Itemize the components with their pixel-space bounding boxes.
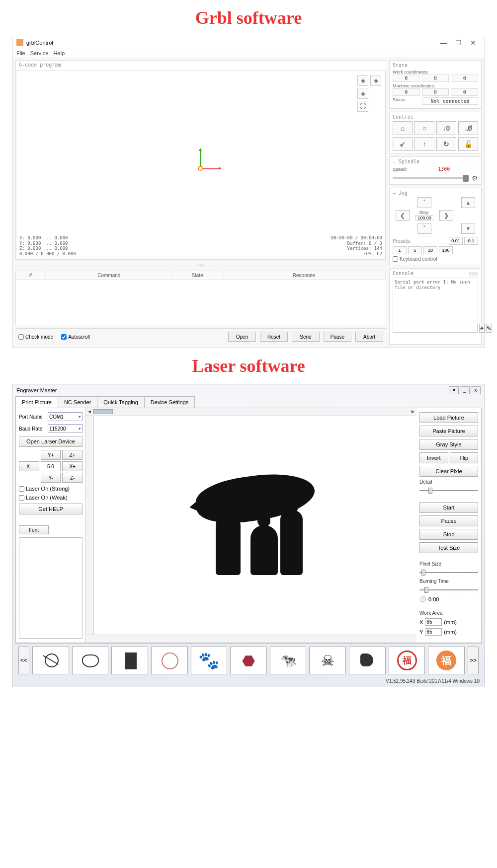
close-button[interactable]: ✕ <box>466 39 481 47</box>
autoscroll-checkbox[interactable]: Autoscroll <box>61 334 90 340</box>
burning-time-slider[interactable]: ····· <box>419 586 478 593</box>
font-button[interactable]: Font <box>19 525 49 534</box>
jog-x-minus[interactable]: ❮ <box>396 210 410 221</box>
jog-step[interactable]: Step: <box>415 210 433 221</box>
em-jog-x-minus[interactable]: X- <box>19 461 39 471</box>
thumbnail-4[interactable] <box>151 647 188 674</box>
console-clear-icon[interactable]: ✎ <box>486 324 492 333</box>
baud-select[interactable]: 115200 <box>48 424 83 433</box>
menu-help[interactable]: Help <box>53 50 65 56</box>
thumbnail-7[interactable]: 🐄 <box>270 647 307 674</box>
work-area-y[interactable] <box>425 628 442 636</box>
tab-device-settings[interactable]: Device Settings <box>144 396 195 408</box>
detail-slider[interactable] <box>419 487 478 494</box>
thumbs-prev-button[interactable]: << <box>18 647 29 674</box>
pixel-size-slider[interactable]: ····· <box>419 569 478 576</box>
preset-2[interactable]: 1 <box>393 246 407 254</box>
em-settings-icon[interactable]: ▾ <box>449 386 459 394</box>
thumbnail-6[interactable]: ⬣ <box>230 647 267 674</box>
jog-y-plus[interactable]: ˄ <box>417 197 431 208</box>
reset-button[interactable]: ↻ <box>436 137 456 151</box>
em-jog-step[interactable] <box>41 461 61 471</box>
zeroxy-button[interactable]: ↓0 <box>436 121 456 135</box>
tab-print-picture[interactable]: Print Picture <box>15 396 58 408</box>
laser-strong-checkbox[interactable]: Laser On (Strong) <box>19 486 79 492</box>
work-area-x[interactable] <box>425 618 442 626</box>
preset-0[interactable]: 0.01 <box>449 237 463 245</box>
send-button[interactable]: Send <box>292 332 320 342</box>
unlock-button[interactable]: 🔓 <box>458 137 478 151</box>
view-fit-button[interactable]: ⛶ <box>357 101 368 112</box>
em-minimize-button[interactable]: _ <box>460 386 470 394</box>
thumbnail-5[interactable]: 🐾 <box>191 647 228 674</box>
tab-nc-sender[interactable]: NC Sender <box>58 396 97 408</box>
jog-z-plus[interactable]: ▴ <box>461 197 475 208</box>
thumbs-next-button[interactable]: >> <box>468 647 479 674</box>
abort-button[interactable]: Abort <box>355 332 383 342</box>
preset-1[interactable]: 0.1 <box>464 237 478 245</box>
tab-quick-tagging[interactable]: Quick Tagging <box>97 396 145 408</box>
pause-button[interactable]: Pause <box>419 515 478 526</box>
zeroz-button[interactable]: ↓0̸ <box>458 121 478 135</box>
thumbnail-2[interactable] <box>72 647 109 674</box>
paste-picture-button[interactable]: Paste Picture <box>419 426 478 436</box>
start-button[interactable]: Start <box>419 502 478 513</box>
em-jog-y-minus[interactable]: Y- <box>41 473 61 483</box>
menu-file[interactable]: File <box>16 50 25 56</box>
load-picture-button[interactable]: Load Picture <box>419 412 478 423</box>
ruler-bottom[interactable] <box>86 635 416 643</box>
get-help-button[interactable]: Get HELP <box>19 504 83 514</box>
speed-value[interactable]: 1300 <box>410 166 478 172</box>
gray-style-button[interactable]: Gray Style <box>419 439 478 450</box>
text-input-area[interactable] <box>19 537 83 639</box>
em-close-button[interactable]: x <box>471 386 481 394</box>
keyboard-checkbox[interactable]: Keyboard control <box>393 256 437 262</box>
maximize-button[interactable]: ☐ <box>451 39 466 47</box>
preset-5[interactable]: 100 <box>439 246 453 254</box>
open-button[interactable]: Open <box>228 332 256 342</box>
thumbnail-1[interactable] <box>32 647 69 674</box>
em-jog-z-minus[interactable]: Z- <box>62 473 83 483</box>
spindle-icon[interactable]: ⚙ <box>472 174 478 182</box>
zero-button[interactable]: ○ <box>414 121 434 135</box>
em-jog-z-plus[interactable]: Z+ <box>62 450 83 460</box>
ruler-horizontal[interactable] <box>86 408 416 416</box>
em-jog-y-plus[interactable]: Y+ <box>41 450 61 460</box>
thumbnail-10[interactable]: 福 <box>389 647 425 674</box>
view-iso2-button[interactable]: ◈ <box>370 75 381 86</box>
safez-button[interactable]: ↑ <box>414 137 434 151</box>
invert-button[interactable]: Invert <box>419 452 448 463</box>
stop-button[interactable]: Stop <box>419 529 478 540</box>
jog-z-minus[interactable]: ▾ <box>461 223 475 234</box>
spindle-slider[interactable] <box>393 177 469 179</box>
thumbnail-11[interactable]: 福 <box>428 647 465 674</box>
reset-button[interactable]: Reset <box>260 332 288 342</box>
view-iso1-button[interactable]: ◈ <box>357 75 368 86</box>
pause-button[interactable]: Pause <box>324 332 351 342</box>
em-jog-x-plus[interactable]: X+ <box>62 461 83 471</box>
clear-pixel-button[interactable]: Clear Pixle <box>419 466 478 477</box>
laser-weak-checkbox[interactable]: Laser On (Weak) <box>19 495 79 501</box>
ruler-vertical[interactable] <box>86 416 94 635</box>
test-size-button[interactable]: Test Size <box>419 542 478 553</box>
thumbnail-9[interactable] <box>349 647 386 674</box>
jog-x-plus[interactable]: ❯ <box>439 210 453 221</box>
console-input[interactable] <box>393 324 478 333</box>
thumbnail-8[interactable]: ☠ <box>309 647 346 674</box>
open-device-button[interactable]: Open Larser Device <box>19 436 83 447</box>
check-mode-checkbox[interactable]: Check mode <box>18 334 53 340</box>
view-top-button[interactable]: ◈ <box>357 88 368 99</box>
viewport[interactable]: ◈ ◈ ◈ ⛶ <box>16 71 386 259</box>
jog-y-minus[interactable]: ˅ <box>417 223 431 234</box>
port-select[interactable]: COM1 <box>48 412 83 421</box>
menu-service[interactable]: Service <box>30 50 49 56</box>
thumbnail-3[interactable] <box>111 647 148 674</box>
minimize-button[interactable]: — <box>436 39 451 47</box>
probe-button[interactable]: ↙ <box>393 137 413 151</box>
flip-button[interactable]: Flip <box>450 452 479 463</box>
preset-3[interactable]: 5 <box>408 246 422 254</box>
canvas[interactable] <box>94 416 416 635</box>
console-send-icon[interactable]: ✈ <box>479 324 485 333</box>
home-button[interactable]: ⌂ <box>393 121 413 135</box>
preset-4[interactable]: 10 <box>423 246 437 254</box>
